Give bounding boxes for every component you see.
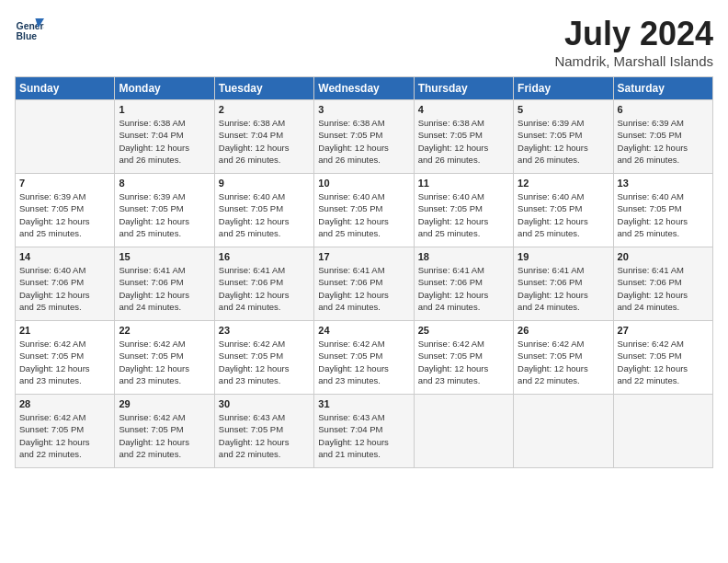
- day-number: 4: [418, 104, 509, 115]
- calendar-day-cell: 6Sunrise: 6:39 AM Sunset: 7:05 PM Daylig…: [613, 100, 712, 174]
- calendar-day-cell: 7Sunrise: 6:39 AM Sunset: 7:05 PM Daylig…: [16, 174, 115, 247]
- calendar-day-cell: 15Sunrise: 6:41 AM Sunset: 7:06 PM Dayli…: [115, 247, 214, 321]
- svg-text:Blue: Blue: [17, 31, 38, 41]
- weekday-header-cell: Monday: [115, 77, 214, 100]
- day-info: Sunrise: 6:38 AM Sunset: 7:04 PM Dayligh…: [119, 117, 210, 166]
- day-number: 26: [518, 325, 609, 336]
- page-header: General Blue July 2024 Namdrik, Marshall…: [15, 15, 713, 69]
- day-info: Sunrise: 6:41 AM Sunset: 7:06 PM Dayligh…: [418, 264, 509, 313]
- calendar-day-cell: 4Sunrise: 6:38 AM Sunset: 7:05 PM Daylig…: [414, 100, 513, 174]
- day-number: 27: [618, 325, 709, 336]
- day-info: Sunrise: 6:40 AM Sunset: 7:06 PM Dayligh…: [19, 264, 110, 313]
- calendar-day-cell: 10Sunrise: 6:40 AM Sunset: 7:05 PM Dayli…: [314, 174, 414, 247]
- day-number: 11: [418, 178, 509, 189]
- day-info: Sunrise: 6:41 AM Sunset: 7:06 PM Dayligh…: [119, 264, 210, 313]
- calendar-day-cell: 18Sunrise: 6:41 AM Sunset: 7:06 PM Dayli…: [414, 247, 513, 321]
- day-number: 6: [618, 104, 709, 115]
- day-info: Sunrise: 6:42 AM Sunset: 7:05 PM Dayligh…: [119, 411, 210, 460]
- day-info: Sunrise: 6:42 AM Sunset: 7:05 PM Dayligh…: [19, 338, 110, 386]
- day-number: 19: [518, 251, 609, 262]
- day-number: 2: [219, 104, 310, 115]
- calendar-day-cell: [414, 395, 513, 468]
- calendar-day-cell: 1Sunrise: 6:38 AM Sunset: 7:04 PM Daylig…: [115, 100, 214, 174]
- weekday-header-cell: Wednesday: [314, 77, 414, 100]
- calendar-day-cell: 19Sunrise: 6:41 AM Sunset: 7:06 PM Dayli…: [514, 247, 613, 321]
- day-info: Sunrise: 6:41 AM Sunset: 7:06 PM Dayligh…: [618, 264, 709, 313]
- calendar-week-row: 7Sunrise: 6:39 AM Sunset: 7:05 PM Daylig…: [16, 174, 713, 247]
- day-number: 16: [219, 251, 310, 262]
- calendar-day-cell: 30Sunrise: 6:43 AM Sunset: 7:05 PM Dayli…: [214, 395, 313, 468]
- calendar-day-cell: 9Sunrise: 6:40 AM Sunset: 7:05 PM Daylig…: [214, 174, 313, 247]
- day-number: 8: [119, 178, 210, 189]
- calendar-day-cell: 27Sunrise: 6:42 AM Sunset: 7:05 PM Dayli…: [613, 321, 712, 395]
- calendar-day-cell: 22Sunrise: 6:42 AM Sunset: 7:05 PM Dayli…: [115, 321, 214, 395]
- day-number: 29: [119, 398, 210, 409]
- calendar-table: SundayMondayTuesdayWednesdayThursdayFrid…: [15, 76, 713, 468]
- day-info: Sunrise: 6:43 AM Sunset: 7:04 PM Dayligh…: [318, 411, 409, 460]
- calendar-day-cell: 20Sunrise: 6:41 AM Sunset: 7:06 PM Dayli…: [613, 247, 712, 321]
- day-info: Sunrise: 6:42 AM Sunset: 7:05 PM Dayligh…: [418, 338, 509, 386]
- weekday-header-cell: Friday: [514, 77, 613, 100]
- day-info: Sunrise: 6:41 AM Sunset: 7:06 PM Dayligh…: [219, 264, 310, 313]
- title-block: July 2024 Namdrik, Marshall Islands: [554, 15, 713, 69]
- calendar-day-cell: [613, 395, 712, 468]
- day-info: Sunrise: 6:39 AM Sunset: 7:05 PM Dayligh…: [19, 190, 110, 239]
- day-number: 21: [19, 325, 110, 336]
- calendar-day-cell: 25Sunrise: 6:42 AM Sunset: 7:05 PM Dayli…: [414, 321, 513, 395]
- weekday-header-cell: Tuesday: [214, 77, 313, 100]
- logo-icon: General Blue: [15, 15, 44, 44]
- calendar-week-row: 14Sunrise: 6:40 AM Sunset: 7:06 PM Dayli…: [16, 247, 713, 321]
- day-info: Sunrise: 6:42 AM Sunset: 7:05 PM Dayligh…: [518, 338, 609, 386]
- day-info: Sunrise: 6:38 AM Sunset: 7:05 PM Dayligh…: [418, 117, 509, 166]
- day-number: 10: [318, 178, 409, 189]
- day-number: 20: [618, 251, 709, 262]
- weekday-header-cell: Thursday: [414, 77, 513, 100]
- day-info: Sunrise: 6:40 AM Sunset: 7:05 PM Dayligh…: [618, 190, 709, 239]
- calendar-day-cell: 16Sunrise: 6:41 AM Sunset: 7:06 PM Dayli…: [214, 247, 313, 321]
- day-number: 1: [119, 104, 210, 115]
- day-info: Sunrise: 6:42 AM Sunset: 7:05 PM Dayligh…: [618, 338, 709, 386]
- day-number: 17: [318, 251, 409, 262]
- calendar-day-cell: 28Sunrise: 6:42 AM Sunset: 7:05 PM Dayli…: [16, 395, 115, 468]
- day-info: Sunrise: 6:40 AM Sunset: 7:05 PM Dayligh…: [219, 190, 310, 239]
- calendar-day-cell: 21Sunrise: 6:42 AM Sunset: 7:05 PM Dayli…: [16, 321, 115, 395]
- calendar-day-cell: 3Sunrise: 6:38 AM Sunset: 7:05 PM Daylig…: [314, 100, 414, 174]
- calendar-day-cell: [16, 100, 115, 174]
- day-info: Sunrise: 6:38 AM Sunset: 7:04 PM Dayligh…: [219, 117, 310, 166]
- day-number: 28: [19, 398, 110, 409]
- day-info: Sunrise: 6:42 AM Sunset: 7:05 PM Dayligh…: [19, 411, 110, 460]
- calendar-day-cell: 14Sunrise: 6:40 AM Sunset: 7:06 PM Dayli…: [16, 247, 115, 321]
- day-info: Sunrise: 6:42 AM Sunset: 7:05 PM Dayligh…: [318, 338, 409, 386]
- calendar-day-cell: 13Sunrise: 6:40 AM Sunset: 7:05 PM Dayli…: [613, 174, 712, 247]
- calendar-day-cell: 26Sunrise: 6:42 AM Sunset: 7:05 PM Dayli…: [514, 321, 613, 395]
- calendar-day-cell: 5Sunrise: 6:39 AM Sunset: 7:05 PM Daylig…: [514, 100, 613, 174]
- day-info: Sunrise: 6:41 AM Sunset: 7:06 PM Dayligh…: [318, 264, 409, 313]
- day-number: 15: [119, 251, 210, 262]
- day-number: 30: [219, 398, 310, 409]
- month-year: July 2024: [554, 15, 713, 53]
- day-number: 31: [318, 398, 409, 409]
- day-number: 14: [19, 251, 110, 262]
- weekday-header-row: SundayMondayTuesdayWednesdayThursdayFrid…: [16, 77, 713, 100]
- day-number: 13: [618, 178, 709, 189]
- calendar-day-cell: 8Sunrise: 6:39 AM Sunset: 7:05 PM Daylig…: [115, 174, 214, 247]
- weekday-header-cell: Saturday: [613, 77, 712, 100]
- day-info: Sunrise: 6:42 AM Sunset: 7:05 PM Dayligh…: [219, 338, 310, 386]
- calendar-day-cell: 29Sunrise: 6:42 AM Sunset: 7:05 PM Dayli…: [115, 395, 214, 468]
- calendar-day-cell: 2Sunrise: 6:38 AM Sunset: 7:04 PM Daylig…: [214, 100, 313, 174]
- day-number: 18: [418, 251, 509, 262]
- calendar-day-cell: 17Sunrise: 6:41 AM Sunset: 7:06 PM Dayli…: [314, 247, 414, 321]
- day-number: 7: [19, 178, 110, 189]
- day-info: Sunrise: 6:43 AM Sunset: 7:05 PM Dayligh…: [219, 411, 310, 460]
- day-number: 25: [418, 325, 509, 336]
- day-number: 24: [318, 325, 409, 336]
- day-number: 12: [518, 178, 609, 189]
- day-info: Sunrise: 6:38 AM Sunset: 7:05 PM Dayligh…: [318, 117, 409, 166]
- day-info: Sunrise: 6:40 AM Sunset: 7:05 PM Dayligh…: [518, 190, 609, 239]
- calendar-body: 1Sunrise: 6:38 AM Sunset: 7:04 PM Daylig…: [16, 100, 713, 468]
- day-number: 3: [318, 104, 409, 115]
- logo: General Blue: [15, 15, 44, 44]
- day-number: 5: [518, 104, 609, 115]
- day-info: Sunrise: 6:40 AM Sunset: 7:05 PM Dayligh…: [318, 190, 409, 239]
- calendar-day-cell: 31Sunrise: 6:43 AM Sunset: 7:04 PM Dayli…: [314, 395, 414, 468]
